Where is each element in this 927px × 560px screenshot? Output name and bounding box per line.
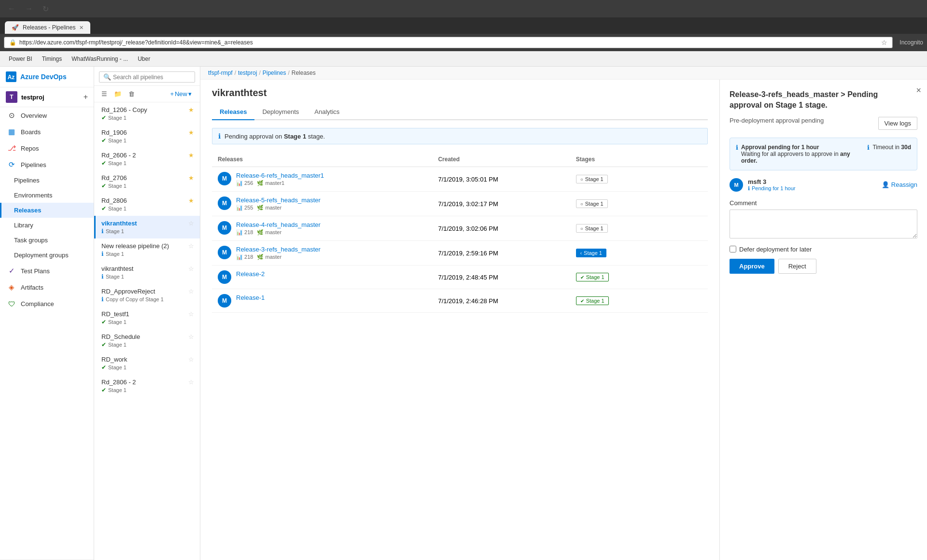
comment-textarea[interactable]: [730, 210, 917, 238]
sidebar-item-library[interactable]: Library: [0, 218, 94, 233]
list-item[interactable]: RD_testf1 ☆ ✔ Stage 1: [94, 307, 200, 329]
view-logs-btn[interactable]: View logs: [878, 117, 917, 130]
incognito-label: Incognito: [899, 39, 923, 46]
list-item[interactable]: Rd_2606 - 2 ★ ✔ Stage 1: [94, 148, 200, 170]
bookmark-whatwas[interactable]: WhatWasRunning - ...: [68, 55, 132, 63]
list-item[interactable]: vikranthtest ☆ ℹ Stage 1: [94, 216, 200, 238]
star-empty-icon[interactable]: ☆: [188, 288, 194, 295]
list-item[interactable]: Rd_2706 ★ ✔ Stage 1: [94, 170, 200, 193]
sidebar-item-pipelines[interactable]: ⟳ Pipelines: [0, 156, 94, 173]
star-empty-icon[interactable]: ☆: [188, 356, 194, 363]
star-empty-icon[interactable]: ☆: [188, 242, 194, 250]
release-name-link[interactable]: Release-2: [236, 270, 265, 278]
url-display[interactable]: https://dev.azure.com/tfspf-rmpf/testpro…: [19, 39, 878, 46]
list-item[interactable]: RD_work ☆ ✔ Stage 1: [94, 352, 200, 375]
tab-close-icon[interactable]: ✕: [79, 25, 84, 31]
star-empty-icon[interactable]: ☆: [188, 310, 194, 318]
browser-tab[interactable]: 🚀 Releases - Pipelines ✕: [5, 21, 90, 34]
folder-view-btn[interactable]: 📁: [112, 89, 124, 99]
breadcrumb-pipelines[interactable]: Pipelines: [263, 70, 286, 76]
sidebar-item-overview[interactable]: ⊙ Overview: [0, 107, 94, 124]
list-item[interactable]: Rd_2806 - 2 ☆ ✔ Stage 1: [94, 375, 200, 397]
list-view-btn[interactable]: ☰: [99, 89, 110, 99]
list-item[interactable]: vikranthtest ☆ ℹ Stage 1: [94, 261, 200, 284]
star-empty-icon[interactable]: ☆: [188, 378, 194, 386]
tab-deployments[interactable]: Deployments: [254, 104, 307, 120]
star-icon[interactable]: ★: [188, 129, 194, 136]
list-item[interactable]: Rd_1906 ★ ✔ Stage 1: [94, 125, 200, 148]
delete-btn[interactable]: 🗑: [126, 89, 137, 99]
new-pipeline-btn[interactable]: + New ▾: [167, 89, 195, 99]
add-project-icon[interactable]: +: [84, 93, 88, 101]
sidebar-item-task-groups[interactable]: Task groups: [0, 233, 94, 248]
star-icon[interactable]: ★: [188, 152, 194, 159]
sidebar-project[interactable]: T testproj +: [0, 87, 94, 107]
info-banner: ℹ Pending approval on Stage 1 stage.: [212, 128, 708, 144]
stage-badge[interactable]: ✔ Stage 1: [576, 296, 609, 305]
stage-badge[interactable]: ○ Stage 1: [576, 199, 608, 208]
list-item[interactable]: New release pipeline (2) ☆ ℹ Stage 1: [94, 238, 200, 261]
tab-analytics[interactable]: Analytics: [307, 104, 347, 120]
reassign-label: Reassign: [891, 181, 917, 188]
reject-btn[interactable]: Reject: [778, 259, 816, 274]
release-avatar: M: [218, 196, 231, 210]
stage-badge[interactable]: ✔ Stage 1: [576, 273, 609, 281]
sidebar-item-repos[interactable]: ⎇ Repos: [0, 140, 94, 156]
defer-checkbox[interactable]: [730, 246, 736, 252]
reassign-btn[interactable]: 👤 Reassign: [882, 181, 917, 188]
sidebar-item-pipelines-sub[interactable]: Pipelines: [0, 173, 94, 188]
project-icon: T: [6, 91, 17, 103]
release-name-link[interactable]: Release-4-refs_heads_master: [236, 221, 321, 228]
stage-badge[interactable]: ○ Stage 1: [576, 224, 608, 233]
bookmark-power-bi[interactable]: Power BI: [5, 55, 36, 63]
sidebar-item-releases[interactable]: Releases: [0, 203, 94, 218]
search-input[interactable]: [113, 74, 191, 81]
star-icon[interactable]: ★: [188, 197, 194, 204]
star-icon[interactable]: ★: [188, 106, 194, 113]
release-name-link[interactable]: Release-5-refs_heads_master: [236, 196, 321, 204]
timeout-label: Timeout in: [872, 144, 899, 151]
bookmark-icon[interactable]: ☆: [881, 39, 887, 46]
sidebar-item-environments[interactable]: Environments: [0, 188, 94, 203]
new-label: New: [175, 90, 187, 98]
nav-back-btn[interactable]: ←: [5, 3, 18, 14]
list-item[interactable]: Rd_1206 - Copy ★ ✔ Stage 1: [94, 102, 200, 125]
breadcrumb-tfspf[interactable]: tfspf-rmpf: [208, 70, 233, 76]
comment-label: Comment: [730, 199, 917, 207]
lock-icon: 🔒: [9, 39, 16, 46]
main-content: tfspf-rmpf / testproj / Pipelines / Rele…: [200, 67, 927, 560]
nav-forward-btn[interactable]: →: [22, 3, 36, 14]
stage-status-icon: ℹ: [101, 296, 104, 303]
search-box[interactable]: 🔍: [99, 71, 195, 83]
approval-waiting-text: Waiting for all approvers to approve in: [741, 151, 839, 157]
sidebar-item-deployment-groups[interactable]: Deployment groups: [0, 248, 94, 263]
release-name-link[interactable]: Release-6-refs_heads_master1: [236, 172, 324, 179]
star-icon[interactable]: ★: [188, 174, 194, 182]
star-empty-icon[interactable]: ☆: [188, 333, 194, 340]
list-item[interactable]: RD_ApproveReject ☆ ℹ Copy of Copy of Sta…: [94, 284, 200, 307]
star-empty-icon[interactable]: ☆: [188, 220, 194, 227]
list-item[interactable]: RD_Schedule ☆ ✔ Stage 1: [94, 329, 200, 352]
bookmark-uber[interactable]: Uber: [134, 55, 154, 63]
stage-badge[interactable]: ○ Stage 1: [576, 175, 608, 183]
sidebar-item-compliance[interactable]: 🛡 Compliance: [0, 295, 94, 312]
star-empty-icon[interactable]: ☆: [188, 265, 194, 272]
stage-status-icon: ✔: [101, 319, 106, 325]
sidebar-item-test-plans[interactable]: ✓ Test Plans: [0, 263, 94, 279]
stage-badge[interactable]: ‹ Stage 1: [576, 249, 606, 257]
tab-releases[interactable]: Releases: [212, 104, 254, 120]
sidebar-item-artifacts[interactable]: ◈ Artifacts: [0, 279, 94, 295]
approve-btn[interactable]: Approve: [730, 259, 774, 274]
sidebar-item-boards[interactable]: ▦ Boards: [0, 124, 94, 140]
bookmark-timings[interactable]: Timings: [38, 55, 66, 63]
stage-status-icon: ✔: [101, 364, 106, 371]
stage-status-icon: ✔: [101, 387, 106, 393]
breadcrumb-testproj[interactable]: testproj: [238, 70, 257, 76]
nav-refresh-btn[interactable]: ↻: [40, 3, 52, 14]
list-item[interactable]: Rd_2806 ★ ✔ Stage 1: [94, 193, 200, 216]
stage-status-icon: ℹ: [101, 273, 104, 280]
release-name-link[interactable]: Release-3-refs_heads_master: [236, 246, 321, 253]
tab-favicon: 🚀: [12, 24, 19, 31]
approval-close-btn[interactable]: ×: [916, 85, 921, 96]
release-name-link[interactable]: Release-1: [236, 294, 265, 301]
